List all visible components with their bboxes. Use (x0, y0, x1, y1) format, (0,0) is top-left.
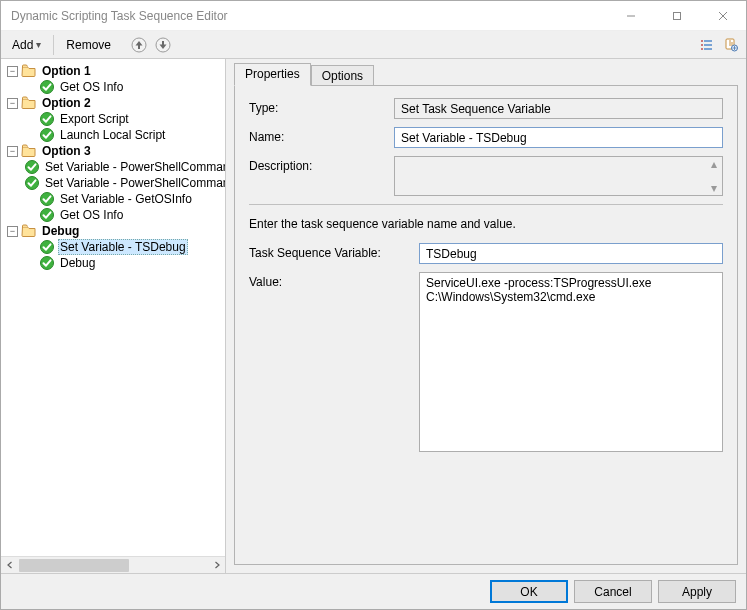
window-title: Dynamic Scripting Task Sequence Editor (11, 9, 608, 23)
svg-rect-7 (704, 40, 712, 42)
name-field[interactable] (394, 127, 723, 148)
svg-rect-6 (701, 40, 703, 42)
tree-group-label: Option 3 (40, 144, 93, 158)
check-icon (39, 79, 55, 95)
tree-item[interactable]: Export Script (21, 111, 225, 127)
tsvar-label: Task Sequence Variable: (249, 243, 419, 260)
tab-body-properties: Type: Set Task Sequence Variable Name: D… (234, 85, 738, 565)
toolbar: Add ▾ Remove (1, 31, 746, 59)
collapse-icon[interactable]: − (7, 98, 18, 109)
tree-group[interactable]: −Option 1 (5, 63, 225, 79)
tree-item[interactable]: Set Variable - GetOSInfo (21, 191, 225, 207)
scroll-right-button[interactable] (208, 558, 225, 573)
scroll-up-icon[interactable]: ▴ (707, 158, 721, 170)
tab-properties[interactable]: Properties (234, 63, 311, 86)
collapse-icon[interactable]: − (7, 146, 18, 157)
settings-button[interactable] (720, 34, 742, 56)
tree-item-label: Get OS Info (58, 208, 125, 222)
folder-icon (21, 63, 37, 79)
tsvar-field[interactable] (419, 243, 723, 264)
maximize-button[interactable] (654, 1, 700, 31)
tree-group-label: Option 2 (40, 96, 93, 110)
description-label: Description: (249, 156, 394, 173)
horizontal-scrollbar[interactable] (1, 556, 225, 573)
tree-group-label: Option 1 (40, 64, 93, 78)
tab-strip: Properties Options (234, 63, 738, 85)
type-label: Type: (249, 98, 394, 115)
tree-group[interactable]: −Option 3 (5, 143, 225, 159)
check-icon (39, 191, 55, 207)
check-icon (24, 159, 40, 175)
tree-item[interactable]: Set Variable - PowerShellCommand (21, 159, 225, 175)
list-view-button[interactable] (696, 34, 718, 56)
check-icon (24, 175, 40, 191)
check-icon (39, 255, 55, 271)
tree-item-label: Set Variable - PowerShellCommand (43, 176, 225, 190)
remove-label: Remove (66, 38, 111, 52)
tree-item[interactable]: Set Variable - TSDebug (21, 239, 225, 255)
value-label: Value: (249, 272, 419, 289)
tree-pane: −Option 1Get OS Info−Option 2Export Scri… (1, 59, 226, 573)
type-value: Set Task Sequence Variable (394, 98, 723, 119)
tree-item-label: Set Variable - GetOSInfo (58, 192, 194, 206)
divider (249, 204, 723, 205)
tree-item-label: Launch Local Script (58, 128, 167, 142)
value-field[interactable] (419, 272, 723, 452)
chevron-down-icon: ▾ (36, 39, 41, 50)
cancel-button[interactable]: Cancel (574, 580, 652, 603)
svg-rect-10 (701, 48, 703, 50)
folder-icon (21, 143, 37, 159)
footer: OK Cancel Apply (1, 573, 746, 609)
check-icon (39, 207, 55, 223)
svg-rect-11 (704, 48, 712, 50)
ok-button[interactable]: OK (490, 580, 568, 603)
tree-item-label: Export Script (58, 112, 131, 126)
add-button[interactable]: Add ▾ (5, 34, 48, 56)
scrollbar-thumb[interactable] (19, 559, 129, 572)
tree-item[interactable]: Debug (21, 255, 225, 271)
check-icon (39, 127, 55, 143)
check-icon (39, 239, 55, 255)
collapse-icon[interactable]: − (7, 66, 18, 77)
tree-item-label: Get OS Info (58, 80, 125, 94)
collapse-icon[interactable]: − (7, 226, 18, 237)
tree-item-label: Set Variable - TSDebug (58, 239, 188, 255)
scroll-down-icon[interactable]: ▾ (707, 182, 721, 194)
tree-group[interactable]: −Debug (5, 223, 225, 239)
move-down-button[interactable] (152, 34, 174, 56)
close-button[interactable] (700, 1, 746, 31)
tab-options[interactable]: Options (311, 65, 374, 85)
tree-group-label: Debug (40, 224, 81, 238)
tree-group[interactable]: −Option 2 (5, 95, 225, 111)
name-label: Name: (249, 127, 394, 144)
tree-item-label: Set Variable - PowerShellCommand (43, 160, 225, 174)
minimize-button[interactable] (608, 1, 654, 31)
move-up-button[interactable] (128, 34, 150, 56)
check-icon (39, 111, 55, 127)
remove-button[interactable]: Remove (59, 34, 118, 56)
svg-rect-1 (674, 12, 681, 19)
tree-item-label: Debug (58, 256, 97, 270)
tree[interactable]: −Option 1Get OS Info−Option 2Export Scri… (1, 59, 225, 556)
add-label: Add (12, 38, 33, 52)
svg-rect-8 (701, 44, 703, 46)
scrollbar-track[interactable] (18, 558, 208, 573)
tree-item[interactable]: Get OS Info (21, 207, 225, 223)
tree-item[interactable]: Set Variable - PowerShellCommand (21, 175, 225, 191)
folder-icon (21, 223, 37, 239)
toolbar-separator (53, 35, 54, 55)
hint-text: Enter the task sequence variable name an… (249, 217, 723, 231)
titlebar: Dynamic Scripting Task Sequence Editor (1, 1, 746, 31)
tree-item[interactable]: Get OS Info (21, 79, 225, 95)
folder-icon (21, 95, 37, 111)
tree-item[interactable]: Launch Local Script (21, 127, 225, 143)
content-pane: Properties Options Type: Set Task Sequen… (226, 59, 746, 573)
apply-button[interactable]: Apply (658, 580, 736, 603)
description-field[interactable]: ▴ ▾ (394, 156, 723, 196)
scroll-left-button[interactable] (1, 558, 18, 573)
description-scrollbar[interactable]: ▴ ▾ (707, 158, 721, 194)
svg-rect-9 (704, 44, 712, 46)
window-controls (608, 1, 746, 31)
